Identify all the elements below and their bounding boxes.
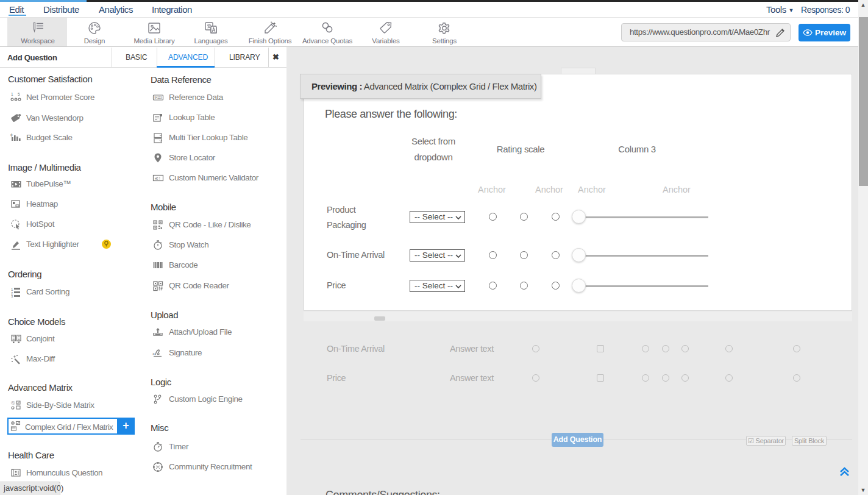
svg-text:5: 5 [18, 92, 20, 96]
svg-text:3: 3 [11, 294, 13, 298]
svg-text:¢: ¢ [10, 133, 13, 137]
svg-text:94123: 94123 [154, 96, 162, 99]
svg-text:×: × [152, 352, 155, 356]
svg-text:1: 1 [11, 92, 13, 96]
svg-text:Ⓢ: Ⓢ [11, 401, 15, 405]
